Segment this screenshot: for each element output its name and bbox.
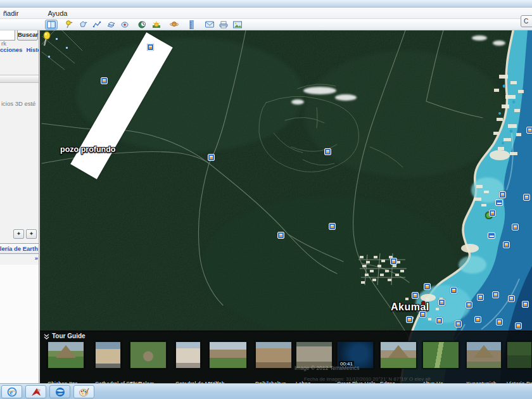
menu-ayuda[interactable]: Ayuda (42, 8, 73, 19)
directions-link-partial[interactable]: cciones (0, 46, 22, 53)
tour-item: Edzna (380, 341, 417, 369)
add-polygon-icon[interactable]: + (77, 20, 89, 30)
history-link[interactable]: History (26, 46, 39, 53)
tour-item: Catedral de Merida (175, 341, 201, 369)
tour-item: Altun Ha (422, 341, 459, 369)
photo-icon[interactable] (329, 223, 336, 230)
photo-icon[interactable] (515, 322, 522, 329)
play-tour-button-2[interactable]: ✦ (26, 229, 37, 239)
add-path-icon[interactable] (91, 20, 103, 30)
photo-icon[interactable] (419, 311, 426, 318)
photo-icon[interactable] (526, 127, 532, 134)
tour-guide-panel: Tour Guide Chichen ItzaCathedral of San … (40, 331, 532, 383)
town-dot-icon[interactable] (421, 301, 426, 305)
lodging-icon[interactable] (495, 200, 503, 206)
tour-thumbnail[interactable] (130, 341, 167, 369)
photo-icon[interactable] (101, 77, 108, 84)
lodging-icon[interactable] (488, 232, 495, 239)
tour-thumbnail[interactable] (380, 341, 417, 369)
tour-thumbnail[interactable] (209, 341, 247, 369)
record-tour-icon[interactable] (118, 20, 131, 30)
tour-guide-title: Tour Guide (52, 332, 86, 339)
photo-icon[interactable] (474, 316, 481, 323)
photo-icon[interactable] (208, 154, 215, 161)
tour-item: Xunantunich (466, 341, 502, 369)
photo-icon[interactable] (406, 316, 413, 323)
tour-item: Victoria Peak (507, 341, 532, 369)
taskbar-autocad-icon[interactable]: ≡ (25, 385, 46, 398)
tour-thumbnail[interactable] (296, 341, 332, 369)
historical-imagery-icon[interactable] (136, 20, 149, 30)
tour-item: Dzibilchaltun (255, 341, 292, 369)
tour-thumbnail[interactable] (48, 341, 84, 369)
tour-thumbnail[interactable] (95, 341, 121, 369)
search-button[interactable]: Buscar (17, 30, 38, 41)
windows-taskbar: e ≡ (0, 383, 532, 399)
earth-gallery-button[interactable]: alería de Earth » (0, 243, 39, 254)
taskbar-paint-icon[interactable] (73, 385, 94, 398)
photo-icon[interactable] (477, 294, 484, 301)
menu-anadir[interactable]: ñadir (0, 8, 24, 19)
sidebar-toggle-icon[interactable] (45, 20, 58, 30)
print-icon[interactable] (217, 20, 230, 30)
play-tour-button[interactable]: ✦ (13, 229, 24, 239)
photo-icon[interactable] (499, 191, 506, 198)
photo-icon[interactable] (492, 291, 499, 298)
tour-item: Labna (296, 341, 332, 369)
photo-icon[interactable] (489, 210, 496, 217)
tour-thumbnail[interactable] (507, 341, 532, 369)
sunlight-icon[interactable] (150, 20, 163, 30)
yellow-pushpin-icon[interactable] (40, 30, 54, 47)
photo-icon[interactable] (424, 283, 431, 290)
photo-icon[interactable] (496, 319, 503, 326)
sidebar: Buscar rk ccionesHistory icios 3D esté ✦… (0, 30, 39, 383)
add-image-overlay-icon[interactable] (104, 20, 117, 30)
svg-text:+: + (70, 20, 73, 24)
photo-icon[interactable] (438, 299, 445, 306)
tour-item: Chichen Itza (48, 341, 84, 369)
photo-icon[interactable] (503, 241, 510, 248)
photo-icon[interactable] (522, 301, 529, 308)
photo-icon[interactable] (512, 224, 519, 231)
save-image-icon[interactable] (231, 20, 244, 30)
add-placemark-icon[interactable]: + (63, 20, 75, 30)
photo-icon[interactable] (390, 258, 397, 265)
photo-icon[interactable] (450, 287, 457, 294)
photo-icon[interactable] (436, 317, 443, 324)
signin-button-partial[interactable]: C (521, 15, 532, 27)
search-links: ccionesHistory (0, 46, 39, 53)
tour-guide-header[interactable]: Tour Guide (44, 332, 86, 339)
svg-text:+: + (85, 20, 87, 24)
places-panel-header[interactable] (0, 75, 39, 83)
photo-icon[interactable] (455, 320, 462, 327)
tour-item: Cathedral of San G... (95, 341, 121, 369)
tip-text-partial: icios 3D esté (1, 100, 35, 107)
layers-panel (0, 265, 39, 383)
video-duration-badge: 00:41 (339, 361, 354, 367)
tour-item: Kabah (209, 341, 247, 369)
taskbar-internet-explorer-icon[interactable]: e (1, 385, 22, 398)
photo-icon[interactable] (523, 194, 530, 201)
photo-icon[interactable] (147, 44, 154, 51)
svg-text:e: e (10, 388, 13, 395)
tour-thumbnail[interactable]: 00:41 (337, 341, 374, 369)
tour-thumbnail[interactable] (466, 341, 502, 369)
menu-bar: ñadir Ayuda (0, 8, 532, 19)
photo-icon[interactable] (277, 232, 284, 239)
photo-icon[interactable] (324, 148, 331, 155)
ruler-icon[interactable] (186, 20, 198, 30)
tour-thumbnail[interactable] (255, 341, 292, 369)
planets-icon[interactable] (168, 20, 180, 30)
main-toolbar: + + (0, 19, 532, 30)
taskbar-google-earth-icon[interactable] (49, 385, 70, 398)
placemark-label-pozo-profundo: pozo profundo (60, 145, 115, 154)
tour-thumbnail[interactable] (422, 341, 459, 369)
photo-icon[interactable] (412, 292, 419, 299)
photo-icon[interactable] (508, 295, 515, 302)
photo-icon[interactable] (466, 301, 472, 308)
window-titlebar[interactable] (0, 0, 532, 8)
tour-thumbnail[interactable] (175, 341, 201, 369)
tour-item: 00:41Great Blue Hole (337, 341, 374, 369)
search-input[interactable] (0, 30, 15, 41)
email-icon[interactable] (203, 20, 216, 30)
